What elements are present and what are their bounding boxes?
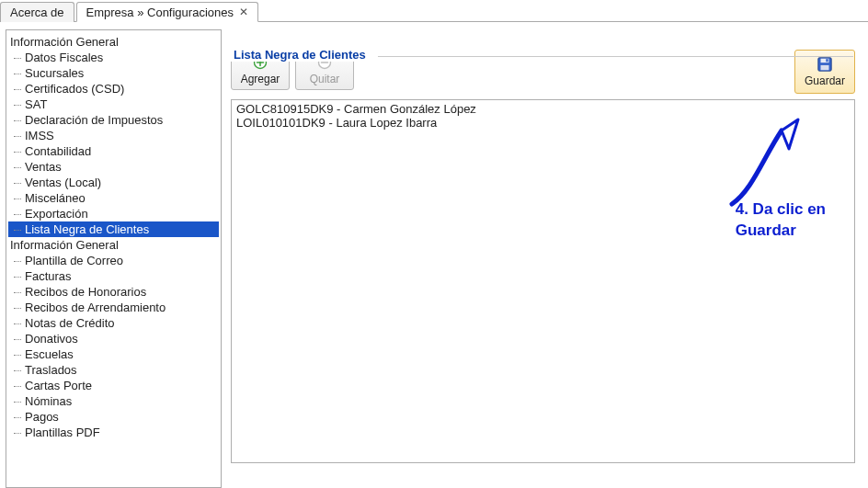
tree-item-pagos[interactable]: Pagos xyxy=(8,409,219,425)
tree-item-contabilidad[interactable]: Contabilidad xyxy=(8,143,219,159)
button-label: Quitar xyxy=(310,73,340,85)
tree-item-notas-credito[interactable]: Notas de Crédito xyxy=(8,315,219,331)
tab-strip: Acerca de Empresa » Configuraciones ✕ xyxy=(0,0,868,22)
tree-item-nominas[interactable]: Nóminas xyxy=(8,393,219,409)
tree-item-datos-fiscales[interactable]: Datos Fiscales xyxy=(8,50,219,65)
tree-item-traslados[interactable]: Traslados xyxy=(8,362,219,378)
button-label: Agregar xyxy=(241,73,280,85)
tree-item-facturas[interactable]: Facturas xyxy=(8,268,219,284)
tree-group-label: Información General xyxy=(8,34,219,50)
tree-item-certificados[interactable]: Certificados (CSD) xyxy=(8,81,219,96)
floppy-disk-icon xyxy=(817,56,833,73)
tree-item-ventas[interactable]: Ventas xyxy=(8,159,219,175)
config-tree[interactable]: Información General Datos Fiscales Sucur… xyxy=(6,29,222,488)
tree-item-escuelas[interactable]: Escuelas xyxy=(8,346,219,362)
tree-item-imss[interactable]: IMSS xyxy=(8,128,219,143)
tree-item-exportacion[interactable]: Exportación xyxy=(8,206,219,221)
tab-empresa-config[interactable]: Empresa » Configuraciones ✕ xyxy=(76,2,258,22)
tree-item-ventas-local[interactable]: Ventas (Local) xyxy=(8,175,219,190)
tree-item-decl-impuestos[interactable]: Declaración de Impuestos xyxy=(8,112,219,128)
tree-group-label: Información General xyxy=(8,237,219,253)
list-item[interactable]: LOIL010101DK9 - Laura Lopez Ibarra xyxy=(235,116,851,130)
fieldset-lista-negra: Lista Negra de Clientes Agregar Quitar xyxy=(231,50,855,463)
tab-label: Acerca de xyxy=(10,6,64,19)
tab-label: Empresa » Configuraciones xyxy=(86,6,234,19)
legend-divider xyxy=(378,56,853,57)
tree-item-sat[interactable]: SAT xyxy=(8,96,219,112)
tree-item-plantillas-pdf[interactable]: Plantillas PDF xyxy=(8,425,219,440)
tree-item-cartas-porte[interactable]: Cartas Porte xyxy=(8,378,219,393)
tree-item-recibos-honorarios[interactable]: Recibos de Honorarios xyxy=(8,284,219,300)
blacklist-listbox[interactable]: GOLC810915DK9 - Carmen González López LO… xyxy=(231,99,855,463)
list-item[interactable]: GOLC810915DK9 - Carmen González López xyxy=(235,102,851,116)
svg-rect-4 xyxy=(821,65,829,70)
tree-item-miscelaneo[interactable]: Misceláneo xyxy=(8,190,219,206)
content-panel: Lista Negra de Clientes Agregar Quitar xyxy=(222,29,862,488)
close-icon[interactable]: ✕ xyxy=(239,6,248,17)
tree-item-sucursales[interactable]: Sucursales xyxy=(8,65,219,81)
tree-item-lista-negra[interactable]: Lista Negra de Clientes xyxy=(8,221,219,237)
panel-legend: Lista Negra de Clientes xyxy=(231,48,369,62)
tab-acerca-de[interactable]: Acerca de xyxy=(0,2,74,22)
tree-item-recibos-arrendamiento[interactable]: Recibos de Arrendamiento xyxy=(8,300,219,315)
tree-item-donativos[interactable]: Donativos xyxy=(8,331,219,346)
tree-item-plantilla-correo[interactable]: Plantilla de Correo xyxy=(8,253,219,268)
button-label: Guardar xyxy=(805,74,845,87)
svg-rect-5 xyxy=(826,59,828,62)
main-area: Información General Datos Fiscales Sucur… xyxy=(0,22,868,488)
